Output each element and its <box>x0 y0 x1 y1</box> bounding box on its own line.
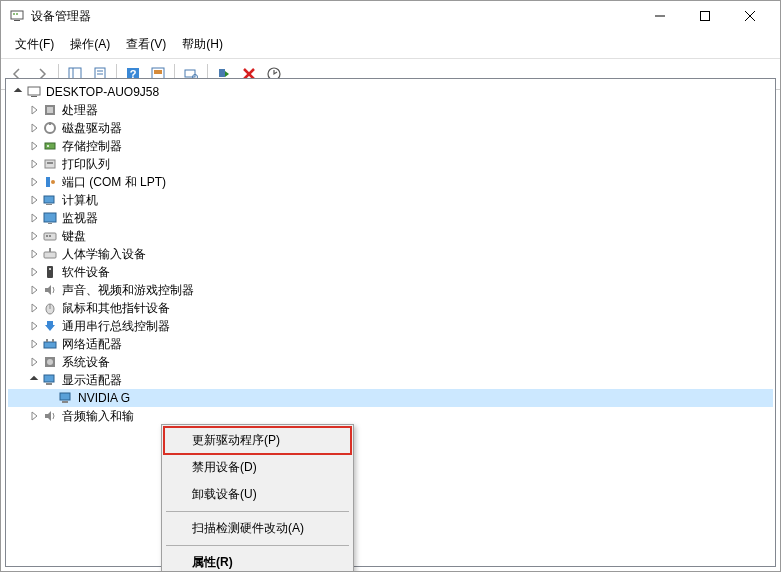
tree-category[interactable]: 磁盘驱动器 <box>8 119 773 137</box>
tree-category-label: 声音、视频和游戏控制器 <box>62 282 194 299</box>
category-icon <box>42 192 58 208</box>
expand-arrow-icon[interactable] <box>26 282 42 298</box>
context-uninstall-device[interactable]: 卸载设备(U) <box>164 481 351 508</box>
menu-help[interactable]: 帮助(H) <box>174 33 231 56</box>
menubar: 文件(F) 操作(A) 查看(V) 帮助(H) <box>1 31 780 59</box>
tree-category[interactable]: 软件设备 <box>8 263 773 281</box>
tree-category[interactable]: 键盘 <box>8 227 773 245</box>
close-button[interactable] <box>727 1 772 31</box>
context-update-driver[interactable]: 更新驱动程序(P) <box>164 427 351 454</box>
tree-category[interactable]: 存储控制器 <box>8 137 773 155</box>
category-icon <box>42 282 58 298</box>
tree-category[interactable]: 系统设备 <box>8 353 773 371</box>
expand-arrow-icon[interactable] <box>26 318 42 334</box>
tree-category-label: 存储控制器 <box>62 138 122 155</box>
tree-category-label: 人体学输入设备 <box>62 246 146 263</box>
tree-category-label: 磁盘驱动器 <box>62 120 122 137</box>
tree-category-display-adapters[interactable]: 显示适配器 <box>8 371 773 389</box>
svg-rect-30 <box>45 143 55 149</box>
category-icon <box>42 246 58 262</box>
expand-arrow-icon[interactable] <box>26 156 42 172</box>
svg-rect-29 <box>49 122 51 125</box>
menu-view[interactable]: 查看(V) <box>118 33 174 56</box>
context-disable-device[interactable]: 禁用设备(D) <box>164 454 351 481</box>
tree-category[interactable]: 鼠标和其他指针设备 <box>8 299 773 317</box>
svg-rect-20 <box>219 69 225 77</box>
tree-category[interactable]: 处理器 <box>8 101 773 119</box>
expand-arrow-icon[interactable] <box>26 138 42 154</box>
context-menu: 更新驱动程序(P) 禁用设备(D) 卸载设备(U) 扫描检测硬件改动(A) 属性… <box>161 424 354 572</box>
category-icon <box>42 318 58 334</box>
category-icon <box>42 210 58 226</box>
expand-arrow-icon[interactable] <box>10 84 26 100</box>
titlebar: 设备管理器 <box>1 1 780 31</box>
expand-arrow-icon[interactable] <box>26 372 42 388</box>
expand-arrow-icon[interactable] <box>26 120 42 136</box>
svg-rect-36 <box>44 196 54 203</box>
tree-category-label: 软件设备 <box>62 264 110 281</box>
device-manager-icon <box>9 8 25 24</box>
svg-rect-49 <box>44 342 56 348</box>
expand-arrow-icon[interactable] <box>26 174 42 190</box>
tree-category-label: 打印队列 <box>62 156 110 173</box>
svg-rect-51 <box>52 339 54 342</box>
window-controls <box>637 1 772 31</box>
device-tree: DESKTOP-AUO9J58 处理器磁盘驱动器存储控制器打印队列端口 (COM… <box>6 79 775 429</box>
tree-category-audio[interactable]: 音频输入和输 <box>8 407 773 425</box>
maximize-button[interactable] <box>682 1 727 31</box>
menu-action[interactable]: 操作(A) <box>62 33 118 56</box>
svg-rect-38 <box>44 213 56 222</box>
tree-category-label: 键盘 <box>62 228 86 245</box>
tree-category[interactable]: 声音、视频和游戏控制器 <box>8 281 773 299</box>
tree-category-label: 通用串行总线控制器 <box>62 318 170 335</box>
svg-rect-42 <box>49 235 51 237</box>
tree-category[interactable]: 通用串行总线控制器 <box>8 317 773 335</box>
category-icon <box>42 156 58 172</box>
tree-category-label: 音频输入和输 <box>62 408 134 425</box>
svg-rect-41 <box>46 235 48 237</box>
tree-category[interactable]: 计算机 <box>8 191 773 209</box>
expand-arrow-icon[interactable] <box>26 354 42 370</box>
minimize-button[interactable] <box>637 1 682 31</box>
category-icon <box>42 300 58 316</box>
svg-rect-55 <box>46 383 52 385</box>
context-separator <box>166 511 349 512</box>
expand-arrow-icon[interactable] <box>26 300 42 316</box>
tree-category-label: 鼠标和其他指针设备 <box>62 300 170 317</box>
tree-category[interactable]: 监视器 <box>8 209 773 227</box>
svg-rect-54 <box>44 375 54 382</box>
expand-arrow-icon[interactable] <box>26 246 42 262</box>
tree-device-nvidia[interactable]: NVIDIA G <box>8 389 773 407</box>
window-title: 设备管理器 <box>31 8 637 25</box>
expand-arrow-icon[interactable] <box>26 408 42 424</box>
tree-device-label: NVIDIA G <box>78 391 130 405</box>
context-scan-hardware[interactable]: 扫描检测硬件改动(A) <box>164 515 351 542</box>
tree-category[interactable]: 打印队列 <box>8 155 773 173</box>
tree-category-label: 处理器 <box>62 102 98 119</box>
svg-rect-45 <box>47 266 53 278</box>
category-icon <box>42 174 58 190</box>
svg-point-46 <box>49 268 51 270</box>
menu-file[interactable]: 文件(F) <box>7 33 62 56</box>
svg-rect-33 <box>47 162 53 164</box>
expand-arrow-icon[interactable] <box>26 228 42 244</box>
svg-point-3 <box>16 13 18 15</box>
category-icon <box>42 120 58 136</box>
expand-arrow-icon[interactable] <box>26 264 42 280</box>
expand-arrow-icon[interactable] <box>26 210 42 226</box>
display-adapter-icon <box>58 390 74 406</box>
expand-arrow-icon[interactable] <box>26 102 42 118</box>
tree-category-label: 端口 (COM 和 LPT) <box>62 174 166 191</box>
svg-rect-57 <box>62 401 68 403</box>
expand-arrow-icon[interactable] <box>26 336 42 352</box>
context-properties[interactable]: 属性(R) <box>164 549 351 572</box>
tree-root[interactable]: DESKTOP-AUO9J58 <box>8 83 773 101</box>
svg-point-2 <box>13 13 15 15</box>
expand-arrow-icon[interactable] <box>26 192 42 208</box>
tree-category-label: 网络适配器 <box>62 336 122 353</box>
svg-rect-24 <box>28 87 40 95</box>
tree-category[interactable]: 端口 (COM 和 LPT) <box>8 173 773 191</box>
tree-category[interactable]: 网络适配器 <box>8 335 773 353</box>
category-icon <box>42 354 58 370</box>
tree-category[interactable]: 人体学输入设备 <box>8 245 773 263</box>
